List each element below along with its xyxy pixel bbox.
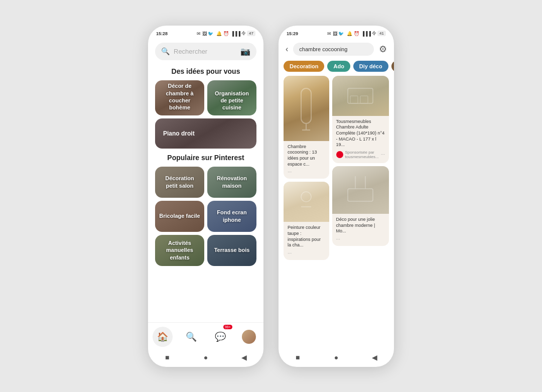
android-square[interactable]: ■ (163, 353, 172, 362)
pin-title-cocooning: Chambre cocooning : 13 idées pour un esp… (288, 144, 325, 168)
search-nav-icon: 🔍 (186, 331, 197, 342)
android-square-2[interactable]: ■ (293, 353, 302, 362)
popular-title: Populaire sur Pinterest (148, 154, 263, 162)
messages-badge: 99+ (223, 325, 232, 329)
svg-rect-8 (348, 189, 373, 201)
pin-image-moderne (332, 166, 389, 214)
pin-source-taupe: ··· (288, 250, 325, 256)
pins-col-left: Chambre cocooning : 13 idées pour un esp… (284, 76, 329, 349)
popular-grid: Décoration petit salon Rénovation maison… (148, 167, 263, 266)
nav-avatar[interactable] (239, 327, 259, 347)
pin-more-taupe[interactable]: ··· (288, 250, 292, 256)
pin-info-taupe: Peinture couleur taupe : inspirations po… (284, 222, 329, 260)
chip-boheme[interactable]: Boheme (391, 61, 394, 72)
android-back[interactable]: ◀ (240, 353, 249, 362)
popular-card-decoration[interactable]: Décoration petit salon (155, 167, 204, 198)
android-circle[interactable]: ● (201, 353, 210, 362)
svg-rect-0 (301, 88, 311, 123)
pin-more-meubles[interactable]: ··· (381, 152, 385, 157)
pin-info-cocooning: Chambre cocooning : 13 idées pour un esp… (284, 141, 329, 179)
camera-icon[interactable]: 📷 (240, 47, 250, 56)
pin-card-cocooning[interactable]: Chambre cocooning : 13 idées pour un esp… (284, 76, 329, 179)
chip-decoration[interactable]: Decoration (284, 61, 324, 72)
popular-card-renovation[interactable]: Rénovation maison (207, 167, 256, 198)
pins-col-right: Tousmesmeubles Chambre Adulte Complète (… (332, 76, 389, 349)
pin-source-cocooning: ··· (288, 169, 325, 175)
svg-point-3 (301, 192, 311, 202)
pin-source-name: Sponsorisée par tousmesmeubles... (345, 150, 379, 159)
pin-info-meubles: Tousmesmeubles Chambre Adulte Complète (… (332, 116, 389, 163)
search-query[interactable]: chambre cocooning (293, 43, 374, 56)
piano-card-label: Piano droit (163, 130, 195, 137)
pin-info-moderne: Déco pour une jolie chambre moderne | Mo… (332, 214, 389, 246)
pin-card-meubles[interactable]: Tousmesmeubles Chambre Adulte Complète (… (332, 76, 389, 163)
search-nav-icon-wrap: 🔍 (181, 327, 201, 347)
popular-card-fond-label: Fond ecran iphone (211, 209, 252, 223)
avatar-wrap (239, 327, 259, 347)
nav-home[interactable]: 🏠 (153, 327, 173, 347)
piano-card[interactable]: Piano droit (155, 118, 256, 149)
pin-more-moderne[interactable]: ··· (336, 236, 340, 242)
idea-card-organisation[interactable]: Organisation de petite cuisine (207, 80, 256, 115)
popular-card-bricolage[interactable]: Bricolage facile (155, 201, 204, 232)
filter-icon[interactable]: ⚙ (377, 42, 389, 57)
search-bar[interactable]: 🔍 Rechercher 📷 (155, 43, 256, 60)
status-icons-search: ✉ 🖼 🐦 🔔 ⏰ ▐▐▐ 令 41 (327, 30, 386, 37)
messages-icon: 💬 (215, 331, 226, 342)
search-placeholder: Rechercher (174, 48, 236, 55)
filter-chips: Decoration Ado Diy déco Boheme (279, 61, 394, 76)
popular-card-renovation-label: Rénovation maison (211, 175, 252, 189)
idea-card-chambre-label: Décor de chambre à coucher bohème (159, 82, 200, 111)
chip-diy[interactable]: Diy déco (353, 61, 388, 72)
pin-title-taupe: Peinture couleur taupe : inspirations po… (288, 225, 325, 248)
pin-title-meubles: Tousmesmeubles Chambre Adulte Complète (… (336, 119, 385, 148)
popular-card-fond[interactable]: Fond ecran iphone (207, 201, 256, 232)
messages-icon-wrap: 💬 99+ (210, 327, 230, 347)
nav-search[interactable]: 🔍 (181, 327, 201, 347)
pin-title-moderne: Déco pour une jolie chambre moderne | Mo… (336, 217, 385, 234)
nav-messages[interactable]: 💬 99+ (210, 327, 230, 347)
status-bar-home: 15:28 ✉ 🖼 🐦 🔔 ⏰ ▐▐▐ 令 47 (148, 26, 263, 40)
svg-rect-6 (350, 96, 358, 103)
popular-card-activites[interactable]: Activités manuelles enfants (155, 235, 204, 266)
popular-card-activites-label: Activités manuelles enfants (159, 239, 200, 261)
popular-card-terrasse[interactable]: Terrasse bois (207, 235, 256, 266)
home-icon: 🏠 (157, 331, 168, 342)
pin-image-meubles (332, 76, 389, 116)
pin-image-taupe (284, 182, 329, 222)
ideas-title: Des idées pour vous (148, 67, 263, 75)
pin-image-cocooning (284, 76, 329, 141)
search-bar-2: ‹ chambre cocooning ⚙ (284, 42, 389, 57)
pin-card-moderne[interactable]: Déco pour une jolie chambre moderne | Mo… (332, 166, 389, 246)
time-home: 15:28 (156, 31, 168, 36)
pin-source-moderne: ··· (336, 236, 385, 242)
home-icon-wrap: 🏠 (153, 327, 173, 347)
ideas-grid: Décor de chambre à coucher bohème Organi… (148, 80, 263, 115)
popular-card-decoration-label: Décoration petit salon (159, 175, 200, 189)
search-icon: 🔍 (161, 47, 170, 55)
bottom-nav: 🏠 🔍 💬 99+ (148, 322, 263, 349)
popular-card-bricolage-label: Bricolage facile (159, 212, 200, 219)
pin-card-taupe[interactable]: Peinture couleur taupe : inspirations po… (284, 182, 329, 260)
phone-home: 15:28 ✉ 🖼 🐦 🔔 ⏰ ▐▐▐ 令 47 🔍 Rechercher 📷 … (148, 26, 263, 367)
phone-home-content: 🔍 Rechercher 📷 Des idées pour vous Décor… (148, 40, 263, 349)
pin-source-meubles: Sponsorisée par tousmesmeubles... ··· (336, 150, 385, 159)
svg-rect-7 (360, 96, 368, 103)
chip-ado[interactable]: Ado (327, 61, 350, 72)
status-icons-home: ✉ 🖼 🐦 🔔 ⏰ ▐▐▐ 令 47 (197, 30, 255, 37)
status-bar-search: 15:29 ✉ 🖼 🐦 🔔 ⏰ ▐▐▐ 令 41 (279, 26, 394, 40)
android-back-2[interactable]: ◀ (370, 353, 379, 362)
pin-source-avatar (336, 151, 343, 158)
popular-card-terrasse-label: Terrasse bois (214, 246, 250, 253)
idea-card-organisation-label: Organisation de petite cuisine (211, 90, 252, 111)
phone-search: 15:29 ✉ 🖼 🐦 🔔 ⏰ ▐▐▐ 令 41 ‹ chambre cocoo… (279, 26, 394, 367)
piano-row: Piano droit (148, 118, 263, 149)
avatar (242, 330, 256, 344)
back-button[interactable]: ‹ (284, 43, 290, 56)
idea-card-chambre[interactable]: Décor de chambre à coucher bohème (155, 80, 204, 115)
android-bar-home: ■ ● ◀ (148, 349, 263, 367)
android-bar-search: ■ ● ◀ (279, 349, 394, 367)
android-circle-2[interactable]: ● (332, 353, 341, 362)
pin-more-cocooning[interactable]: ··· (288, 169, 292, 175)
time-search: 15:29 (287, 31, 298, 36)
